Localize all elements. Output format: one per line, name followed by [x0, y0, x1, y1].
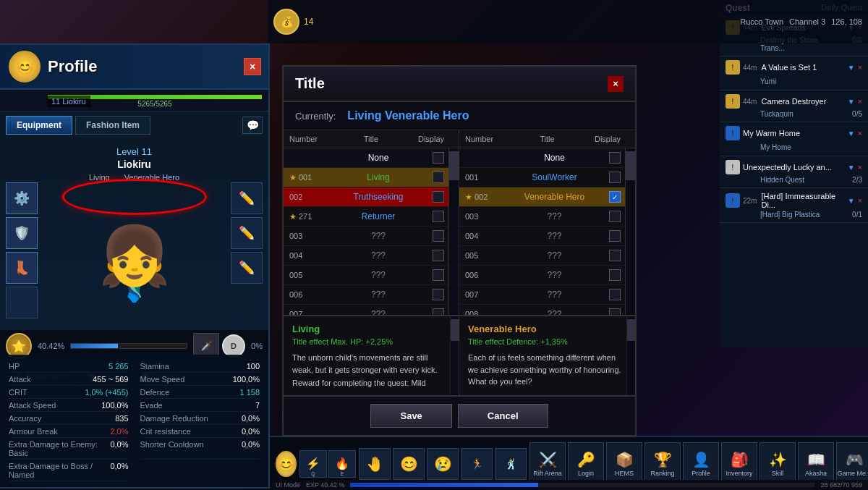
chat-icon-button[interactable]: 💬 — [242, 117, 263, 134]
list-item[interactable]: 003 ??? — [284, 227, 459, 246]
action-slot-emoji1[interactable]: 😊 — [393, 448, 425, 480]
akasha-button[interactable]: 📖 Akasha — [798, 442, 834, 486]
list-item[interactable]: None — [459, 148, 635, 168]
scrollbar-thumb-desc-left[interactable] — [451, 319, 459, 341]
quest-close-icon[interactable]: × — [858, 196, 862, 205]
scrollbar-desc-right[interactable] — [626, 316, 635, 395]
equip-slot-extra1[interactable] — [6, 287, 38, 318]
list-item[interactable]: 006 ??? — [459, 266, 635, 285]
list-item[interactable]: ★ 002 Venerable Hero ✓ — [459, 187, 635, 207]
action-slot-emoji2[interactable]: 😢 — [427, 448, 459, 480]
title-check[interactable] — [609, 152, 621, 164]
list-item[interactable]: 001 SoulWorker — [459, 168, 635, 187]
title-check[interactable] — [433, 308, 444, 315]
bottom-func-icons: ⚔️ Rift Arena 🔑 Login 📦 HEMS 🏆 Ranking 👤… — [529, 442, 868, 486]
title-desc-left-name: Living — [292, 324, 450, 334]
title-highlight-circle — [62, 179, 207, 215]
quest-giver: [Hard] Big Plastica — [743, 211, 820, 219]
action-slot-hand[interactable]: 🤚 — [359, 448, 391, 480]
quest-close-icon[interactable]: × — [858, 63, 862, 72]
profile-close-button[interactable]: × — [244, 58, 261, 75]
inventory-button[interactable]: 🎒 Inventory — [721, 442, 757, 486]
equip-slot-right3[interactable]: ✏️ — [231, 252, 263, 284]
list-item[interactable]: None — [284, 148, 459, 168]
skill-slot-q[interactable]: ⚡ Q — [299, 450, 327, 478]
title-col-header-right: Number Title Display — [459, 130, 635, 148]
modal-close-button[interactable]: × — [608, 76, 624, 92]
hems-button[interactable]: 📦 HEMS — [606, 442, 642, 486]
list-item[interactable]: 005 ??? — [459, 246, 635, 266]
title-check[interactable] — [609, 308, 621, 315]
title-check[interactable] — [433, 250, 444, 261]
title-check[interactable] — [433, 191, 444, 203]
quest-item[interactable]: ! 44m A Value is Set 1 ▼ × Yumi — [720, 56, 868, 90]
action-slot-1[interactable]: 🏃 — [461, 448, 493, 480]
equip-slot-body[interactable]: 🛡️ — [6, 217, 38, 249]
scrollbar-left[interactable] — [448, 148, 459, 315]
title-check[interactable] — [433, 211, 444, 222]
title-check[interactable] — [609, 289, 621, 300]
location-name: Rucco Town — [740, 17, 783, 26]
list-item[interactable]: 007 ??? — [284, 305, 459, 315]
title-check[interactable] — [433, 152, 444, 164]
profile-button-bottom[interactable]: 👤 Profile — [683, 442, 719, 486]
equip-slot-legs[interactable]: 👢 — [6, 252, 38, 284]
action-slot-2[interactable]: 🕺 — [495, 448, 527, 480]
quest-item[interactable]: ! Unexpectedly Lucky an... ▼ × Hidden Qu… — [720, 156, 868, 188]
quest-time: 44m — [743, 98, 757, 106]
list-item[interactable]: ★ 001 Living — [284, 168, 459, 187]
login-button[interactable]: 🔑 Login — [568, 442, 604, 486]
cancel-button[interactable]: Cancel — [458, 404, 548, 428]
tab-fashion-item[interactable]: Fashion Item — [75, 116, 150, 135]
tab-equipment[interactable]: Equipment — [6, 116, 72, 135]
scrollbar-right[interactable] — [625, 148, 635, 315]
title-check[interactable] — [609, 211, 621, 222]
quest-item[interactable]: ! 22m [Hard] Immeasurable Di... ▼ × [Har… — [720, 188, 868, 223]
list-item[interactable]: 003 ??? — [459, 207, 635, 227]
currently-value: Living Venerable Hero — [347, 109, 469, 122]
profile-title: Profile — [48, 57, 97, 76]
quest-item[interactable]: ! My Warm Home ▼ × My Home — [720, 122, 868, 156]
modal-buttons: Save Cancel — [284, 395, 635, 435]
list-item[interactable]: 005 ??? — [284, 266, 459, 285]
currently-label: Currently: — [295, 111, 336, 122]
stat-move-speed: Move Speed 100,0% — [140, 373, 260, 386]
quest-close-icon[interactable]: × — [858, 163, 862, 172]
quest-close-icon[interactable]: × — [858, 129, 862, 138]
equip-slot-right2[interactable]: ✏️ — [231, 217, 263, 249]
title-check[interactable] — [433, 230, 444, 242]
list-item[interactable]: 006 ??? — [284, 285, 459, 305]
equip-slot-right1[interactable]: ✏️ — [231, 182, 263, 214]
scrollbar-thumb-desc-right[interactable] — [627, 319, 635, 341]
quest-item[interactable]: ! 44m Camera Destroyer ▼ × Tuckaquin 0/5 — [720, 90, 868, 122]
scrollbar-thumb-right[interactable] — [626, 151, 635, 180]
title-check[interactable]: ✓ — [609, 191, 621, 203]
title-check[interactable] — [609, 172, 621, 183]
quest-name: Camera Destroyer — [761, 97, 844, 106]
save-button[interactable]: Save — [370, 404, 451, 428]
game-menu-button[interactable]: 🎮 Game Me... — [836, 442, 868, 486]
skill-button[interactable]: ✨ Skill — [760, 442, 796, 486]
title-check[interactable] — [433, 172, 444, 183]
quest-close-icon[interactable]: × — [858, 97, 862, 106]
title-check[interactable] — [433, 289, 444, 300]
list-item[interactable]: 008 ??? — [459, 305, 635, 315]
rift-arena-button[interactable]: ⚔️ Rift Arena — [529, 442, 566, 486]
list-item[interactable]: 004 ??? — [459, 227, 635, 246]
scrollbar-thumb-left[interactable] — [449, 151, 459, 180]
equip-slots-right: ✏️ ✏️ ✏️ — [231, 182, 263, 284]
title-check[interactable] — [609, 250, 621, 261]
title-check[interactable] — [609, 269, 621, 281]
skill-slot-e[interactable]: 🔥 E — [328, 450, 356, 478]
title-check[interactable] — [609, 230, 621, 242]
list-item[interactable]: 004 ??? — [284, 246, 459, 266]
list-item[interactable]: ★ 271 Returner — [284, 207, 459, 227]
list-item[interactable]: 007 ??? — [459, 285, 635, 305]
quest-progress: 2/3 — [835, 176, 862, 184]
ranking-button[interactable]: 🏆 Ranking — [644, 442, 681, 486]
scrollbar-desc-left[interactable] — [450, 316, 459, 395]
title-check[interactable] — [433, 269, 444, 281]
quest-name: [Hard] Immeasurable Di... — [761, 192, 844, 209]
equip-slot-head[interactable]: ⚙️ — [6, 182, 38, 214]
list-item[interactable]: 002 Truthseeking — [284, 187, 459, 207]
